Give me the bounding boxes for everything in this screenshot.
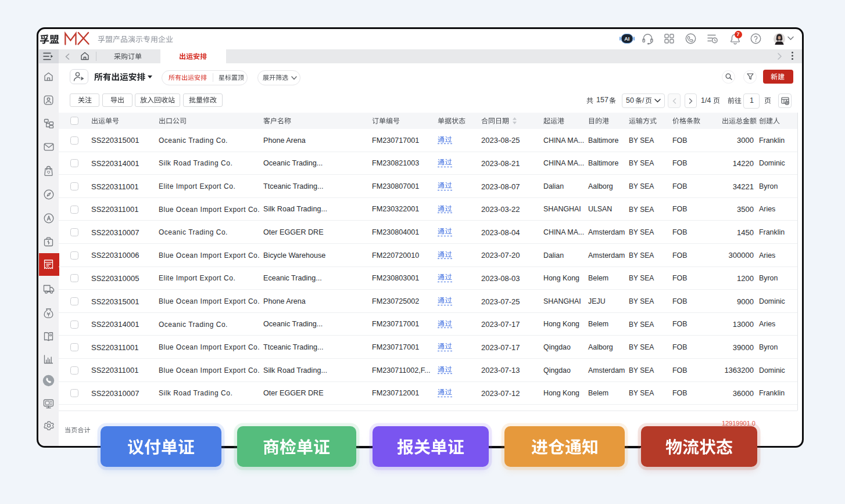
- svg-text:AI: AI: [624, 36, 629, 42]
